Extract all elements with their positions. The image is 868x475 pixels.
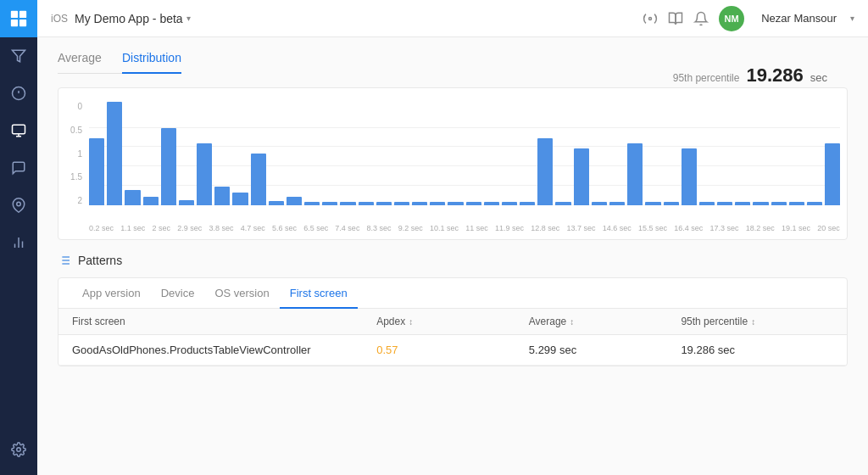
x-label: 14.6 sec	[603, 224, 632, 232]
chart-bar	[574, 148, 589, 205]
chart-bar	[502, 202, 517, 205]
chart-bar	[359, 202, 374, 205]
svg-rect-2	[11, 20, 18, 26]
chart-bar	[753, 202, 768, 205]
main-content: Average Distribution 95th percentile 19.…	[37, 37, 868, 475]
svg-point-16	[649, 17, 652, 20]
chart-bar	[161, 128, 176, 206]
x-label: 2 sec	[152, 224, 170, 232]
average-sort-icon: ↕	[570, 317, 574, 327]
chart-bars	[89, 102, 840, 205]
percentile-label: 95th percentile	[673, 72, 740, 84]
chart-bar	[699, 202, 715, 205]
alert-icon	[11, 86, 26, 101]
chart-bar	[214, 187, 230, 205]
topbar-app-chevron[interactable]: ▾	[186, 14, 191, 23]
svg-rect-1	[19, 11, 26, 18]
sidebar-item-chat[interactable]	[0, 149, 37, 187]
sidebar-item-alert[interactable]	[0, 75, 37, 112]
chat-icon	[11, 160, 26, 176]
chart-bar	[89, 138, 104, 205]
chart-bar	[484, 202, 499, 205]
chart-bar	[771, 202, 787, 205]
chart-bar	[807, 202, 822, 205]
chart-bar	[232, 193, 248, 205]
col-percentile-95[interactable]: 95th percentile ↕	[681, 316, 833, 327]
chart-bar	[825, 143, 840, 205]
sidebar-item-settings[interactable]	[0, 431, 37, 468]
cell-apdex: 0.57	[376, 344, 529, 356]
x-label: 12.8 sec	[531, 224, 559, 232]
chart-bar	[537, 138, 553, 205]
chart-area	[89, 102, 840, 205]
percentile-display: 95th percentile 19.286 sec	[673, 64, 827, 87]
tab-average[interactable]: Average	[58, 51, 102, 73]
cell-average: 5.299 sec	[529, 344, 682, 356]
broadcast-icon[interactable]	[643, 11, 658, 26]
svg-rect-3	[19, 20, 26, 26]
x-label: 1.1 sec	[120, 224, 145, 232]
col-first-screen: First screen	[72, 316, 376, 327]
chart-bar	[412, 202, 427, 205]
sidebar-item-chart[interactable]	[0, 224, 37, 261]
chart-x-labels: 0.2 sec1.1 sec2 sec2.9 sec3.8 sec4.7 sec…	[89, 224, 840, 232]
x-label: 3.8 sec	[209, 224, 233, 232]
x-label: 0.2 sec	[89, 224, 114, 232]
col-average[interactable]: Average ↕	[529, 316, 682, 327]
x-label: 18.2 sec	[746, 224, 775, 232]
chart-bar	[125, 190, 140, 205]
svg-rect-0	[11, 11, 18, 18]
x-label: 11.9 sec	[495, 224, 524, 232]
settings-icon	[11, 442, 26, 457]
topbar-user-chevron[interactable]: ▾	[850, 14, 854, 23]
table-tab-first-screen[interactable]: First screen	[280, 278, 358, 308]
sidebar-item-location[interactable]	[0, 187, 37, 224]
chart-bar	[789, 202, 804, 205]
table-tab-device[interactable]: Device	[151, 278, 205, 308]
cell-percentile-95: 19.286 sec	[681, 344, 833, 356]
sidebar-item-monitor[interactable]	[0, 112, 37, 149]
x-label: 2.9 sec	[177, 224, 202, 232]
x-label: 16.4 sec	[674, 224, 703, 232]
chart-bar	[143, 197, 159, 205]
avatar: NM	[719, 6, 744, 31]
logo[interactable]	[0, 0, 37, 37]
svg-point-15	[17, 448, 21, 452]
x-label: 9.2 sec	[398, 224, 423, 232]
x-label: 4.7 sec	[241, 224, 265, 232]
svg-rect-8	[13, 125, 25, 134]
topbar-platform: iOS	[51, 13, 68, 25]
chart-container: 2 1.5 1 0.5 0 0.2 sec1.1 sec2 sec2.9 sec…	[58, 87, 848, 240]
x-label: 10.1 sec	[430, 224, 459, 232]
chart-bar	[735, 202, 750, 205]
book-icon[interactable]	[668, 11, 683, 26]
chart-y-labels: 2 1.5 1 0.5 0	[65, 102, 82, 205]
chart-bar	[197, 143, 212, 205]
chart-bar	[322, 202, 337, 205]
topbar: iOS My Demo App - beta ▾ NM Nezar Mansou…	[37, 0, 868, 37]
chart-bar	[645, 202, 660, 205]
col-apdex[interactable]: Apdex ↕	[376, 316, 529, 327]
patterns-header: Patterns	[58, 254, 848, 267]
bell-icon[interactable]	[693, 11, 709, 26]
tab-distribution[interactable]: Distribution	[122, 51, 181, 73]
chart-bar	[592, 202, 607, 205]
cell-first-screen: GoodAsOldPhones.ProductsTableViewControl…	[72, 344, 376, 356]
x-label: 7.4 sec	[335, 224, 359, 232]
sidebar-item-filter[interactable]	[0, 37, 37, 75]
chart-bar	[304, 202, 320, 205]
table-tab-app-version[interactable]: App version	[72, 278, 151, 308]
x-label: 20 sec	[817, 224, 840, 232]
x-label: 13.7 sec	[567, 224, 596, 232]
x-label: 5.6 sec	[272, 224, 297, 232]
chart-bar	[466, 202, 481, 205]
chart-bar	[555, 202, 570, 205]
monitor-icon	[11, 123, 26, 138]
chart-bar	[448, 202, 463, 205]
main-tabs: Average Distribution	[58, 51, 181, 74]
logo-icon	[9, 9, 28, 28]
chart-bar	[340, 202, 355, 205]
patterns-icon	[58, 254, 71, 267]
location-icon	[11, 198, 26, 213]
table-tab-os-version[interactable]: OS version	[204, 278, 279, 308]
